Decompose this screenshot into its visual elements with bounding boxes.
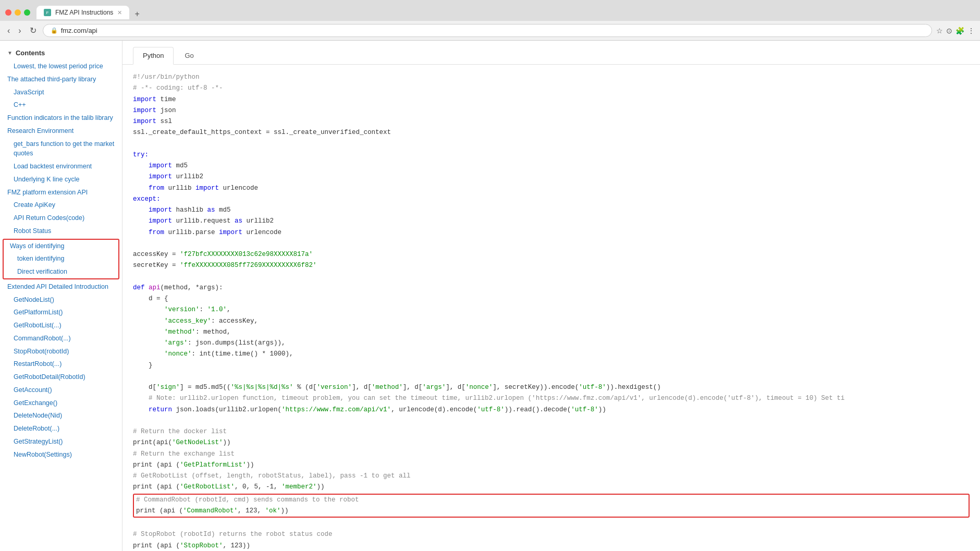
sidebar-item-javascript[interactable]: JavaScript	[0, 86, 122, 99]
code-line-import-time: import time	[133, 96, 176, 103]
code-line-blank3	[133, 273, 137, 280]
code-line-import-urllib-req: import urllib.request as urllib2	[133, 217, 274, 225]
code-line-def-api: def api(method, *args):	[133, 284, 223, 291]
code-line-import-md5: import md5	[133, 162, 188, 169]
code-line-print-getplatformlist: print (api ('GetPlatformList'))	[133, 461, 254, 469]
sidebar: ▼ Contents Lowest, the lowest period pri…	[0, 41, 123, 551]
code-line-return: return json.loads(urllib2.urlopen('https…	[133, 406, 606, 413]
sidebar-item-getrobotlist[interactable]: GetRobotList(...)	[0, 319, 122, 332]
tab-bar: F FMZ API Instructions ✕ +	[36, 6, 975, 19]
sidebar-item-restartrobot[interactable]: RestartRobot(...)	[0, 358, 122, 371]
code-line-blank5	[133, 417, 137, 424]
tab-favicon: F	[44, 9, 51, 16]
contents-header[interactable]: ▼ Contents	[0, 46, 122, 60]
sidebar-item-newrobot[interactable]: NewRobot(Settings)	[0, 448, 122, 461]
code-line-except: except:	[133, 195, 161, 203]
traffic-lights	[5, 9, 30, 16]
sidebar-item-ways-identifying[interactable]: Ways of identifying	[4, 240, 118, 253]
menu-button[interactable]: ⋮	[967, 27, 975, 35]
code-line-secretkey: secretKey = 'ffeXXXXXXXX085ff7269XXXXXXX…	[133, 262, 317, 269]
back-button[interactable]: ‹	[5, 25, 12, 36]
profile-button[interactable]: ⊙	[946, 27, 952, 35]
refresh-button[interactable]: ↻	[28, 25, 39, 36]
code-line-access-key: 'access_key': accessKey,	[133, 317, 258, 325]
code-line-blank1	[133, 140, 137, 148]
sidebar-item-create-apikey[interactable]: Create ApiKey	[0, 199, 122, 212]
sidebar-item-third-party[interactable]: The attached third-party library	[0, 73, 122, 86]
nav-actions: ☆ ⊙ 🧩 ⋮	[936, 27, 975, 35]
close-button[interactable]	[5, 9, 11, 16]
sidebar-item-robot-status[interactable]: Robot Status	[0, 225, 122, 238]
sidebar-item-getplatformlist[interactable]: GetPlatformList()	[0, 306, 122, 319]
forward-button[interactable]: ›	[16, 25, 23, 36]
content-area: Python Go #!/usr/bin/python # -*- coding…	[123, 41, 980, 551]
code-line-stoprobot-comment: # StopRobot (robotId) returns the robot …	[133, 531, 333, 538]
sidebar-item-token-identifying[interactable]: token identifying	[4, 252, 118, 265]
url-text: fmz.com/api	[61, 27, 97, 34]
code-line-method: 'method': method,	[133, 328, 231, 336]
sidebar-item-getnodelist[interactable]: GetNodeList()	[0, 293, 122, 307]
code-line-close-d: }	[133, 362, 153, 369]
lock-icon: 🔒	[51, 27, 58, 34]
tab-close-icon[interactable]: ✕	[117, 9, 122, 16]
tab-go[interactable]: Go	[175, 47, 203, 64]
code-line-print-stoprobot: print (api ('StopRobot', 123))	[133, 542, 250, 549]
sidebar-item-function-indicators[interactable]: Function indicators in the talib library	[0, 112, 122, 125]
code-line-version: 'version': '1.0',	[133, 306, 231, 313]
code-line-blank2	[133, 240, 137, 247]
sidebar-item-commandrobot[interactable]: CommandRobot(...)	[0, 332, 122, 345]
code-line-args: 'args': json.dumps(list(args)),	[133, 339, 286, 347]
sidebar-item-get-bars[interactable]: get_bars function to get the market quot…	[0, 138, 122, 161]
code-line-import-urllib2: import urllib2	[133, 173, 203, 180]
new-tab-button[interactable]: +	[131, 9, 142, 19]
code-line-shebang: #!/usr/bin/python	[133, 74, 200, 81]
sidebar-item-k-line[interactable]: Underlying K line cycle	[0, 173, 122, 186]
code-line-nonce: 'nonce': int(time.time() * 1000),	[133, 350, 293, 358]
sidebar-item-lowest-price[interactable]: Lowest, the lowest period price	[0, 60, 122, 73]
title-bar: F FMZ API Instructions ✕ +	[0, 0, 980, 21]
extensions-button[interactable]: 🧩	[956, 27, 964, 35]
browser-chrome: F FMZ API Instructions ✕ + ‹ › ↻ 🔒 fmz.c…	[0, 0, 980, 41]
code-line-print-getnodelist: print(api('GetNodeList'))	[133, 439, 231, 446]
tab-title: FMZ API Instructions	[55, 9, 113, 16]
code-line-blank4	[133, 373, 137, 380]
sidebar-item-getstrategylist[interactable]: GetStrategyList()	[0, 435, 122, 448]
sidebar-item-load-backtest[interactable]: Load backtest environment	[0, 160, 122, 173]
sidebar-item-deletenode[interactable]: DeleteNode(Nid)	[0, 409, 122, 422]
code-line-from-urllib: from urllib import urlencode	[133, 185, 258, 192]
code-line-sign: d['sign'] = md5.md5(('%s|%s|%s|%d|%s' % …	[133, 384, 661, 391]
code-highlighted-block: # CommandRobot (robotId, cmd) sends comm…	[133, 494, 970, 518]
nav-bar: ‹ › ↻ 🔒 fmz.com/api ☆ ⊙ 🧩 ⋮	[0, 21, 980, 41]
sidebar-item-deleterobot[interactable]: DeleteRobot(...)	[0, 422, 122, 435]
tab-python[interactable]: Python	[133, 47, 174, 65]
code-line-exchange-comment: # Return the exchange list	[133, 450, 235, 458]
code-line-print-getrobotlist: print (api ('GetRobotList', 0, 5, -1, 'm…	[133, 483, 325, 491]
sidebar-item-extended-api[interactable]: Extended API Detailed Introduction	[0, 280, 122, 293]
code-line-coding: # -*- coding: utf-8 -*-	[133, 84, 223, 92]
address-bar[interactable]: 🔒 fmz.com/api	[43, 24, 932, 37]
sidebar-item-cpp[interactable]: C++	[0, 99, 122, 112]
sidebar-item-direct-verification[interactable]: Direct verification	[4, 265, 118, 278]
sidebar-item-getexchange[interactable]: GetExchange()	[0, 397, 122, 410]
sidebar-item-getrobotdetail[interactable]: GetRobotDetail(RobotId)	[0, 371, 122, 384]
code-line-import-ssl: import ssl	[133, 118, 172, 125]
code-line-ssl: ssl._create_default_https_context = ssl.…	[133, 129, 391, 136]
browser-tab[interactable]: F FMZ API Instructions ✕	[36, 6, 129, 19]
sidebar-item-api-return-codes[interactable]: API Return Codes(code)	[0, 212, 122, 225]
code-line-d: d = {	[133, 295, 168, 302]
contents-label: Contents	[16, 49, 45, 57]
main-layout: ▼ Contents Lowest, the lowest period pri…	[0, 41, 980, 551]
sidebar-item-stoprobot[interactable]: StopRobot(robotId)	[0, 345, 122, 358]
maximize-button[interactable]	[24, 9, 30, 16]
chevron-down-icon: ▼	[7, 50, 13, 56]
code-line-note: # Note: urllib2.urlopen function, timeou…	[133, 395, 844, 402]
minimize-button[interactable]	[15, 9, 21, 16]
code-line-try: try:	[133, 151, 149, 158]
code-line-docker-comment: # Return the docker list	[133, 428, 227, 435]
bookmark-button[interactable]: ☆	[936, 27, 943, 35]
sidebar-item-research-environment[interactable]: Research Environment	[0, 125, 122, 138]
code-line-import-json: import json	[133, 107, 176, 114]
sidebar-item-getaccount[interactable]: GetAccount()	[0, 384, 122, 397]
sidebar-item-fmz-platform[interactable]: FMZ platform extension API	[0, 186, 122, 199]
content-tab-bar: Python Go	[123, 41, 980, 65]
